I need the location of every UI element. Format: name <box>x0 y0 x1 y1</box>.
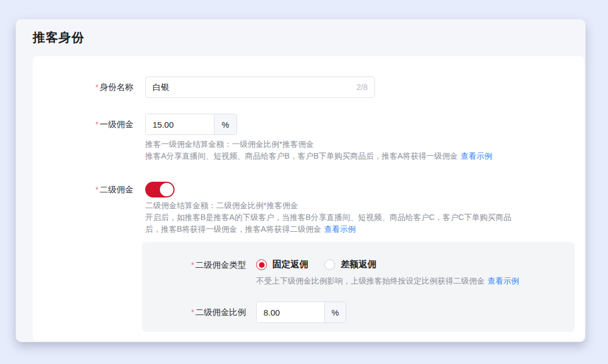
level1-commission-input-group: % <box>145 114 237 135</box>
level2-ratio-label: *二级佣金比例 <box>142 302 256 323</box>
percent-suffix: % <box>324 302 346 322</box>
promoter-identity-card: 推客身份 *身份名称 2/8 *一级佣金 % 推客一级佣金结算金额：一级佣金比例… <box>16 19 585 342</box>
level2-ratio-row: *二级佣金比例 % <box>142 302 575 323</box>
level2-ratio-input[interactable] <box>257 302 324 322</box>
level2-type-label: *二级佣金类型 <box>142 259 256 271</box>
tip-line: 二级佣金结算金额：二级佣金比例*推客佣金 <box>145 200 511 212</box>
radio-fixed-rebate[interactable]: 固定返佣 <box>256 259 309 271</box>
tip-line: 开启后，如推客B是推客A的下级客户，当推客B分享直播间、短视频、商品给客户C，客… <box>145 212 511 223</box>
required-asterisk: * <box>96 83 99 92</box>
required-asterisk: * <box>191 260 194 269</box>
tip-line: 推客A分享直播间、短视频、商品给客户B，客户B下单购买商品后，推客A将获得一级佣… <box>145 150 492 162</box>
toggle-knob <box>160 183 173 196</box>
tip-line: 不受上下级佣金比例影响，上级推客始终按设定比例获得二级佣金查看示例 <box>256 275 519 287</box>
percent-suffix: % <box>214 114 236 134</box>
level2-commission-toggle[interactable] <box>145 182 175 197</box>
level2-commission-tips: 二级佣金结算金额：二级佣金比例*推客佣金 开启后，如推客B是推客A的下级客户，当… <box>145 200 511 235</box>
char-counter: 2/8 <box>357 83 368 92</box>
view-example-link[interactable]: 查看示例 <box>461 151 492 160</box>
identity-name-label: *身份名称 <box>33 77 145 98</box>
level2-settings-panel: *二级佣金类型 固定返佣 差额返佣 不受上下级佣金比例影响，上级推客始终 <box>142 242 575 332</box>
identity-name-input[interactable] <box>153 83 352 92</box>
level2-type-row: *二级佣金类型 固定返佣 差额返佣 不受上下级佣金比例影响，上级推客始终 <box>142 259 575 287</box>
identity-name-input-wrap: 2/8 <box>145 77 375 98</box>
tip-line: 推客一级佣金结算金额：一级佣金比例*推客佣金 <box>145 138 492 150</box>
level2-commission-label: *二级佣金 <box>33 179 145 200</box>
level2-commission-content: 二级佣金结算金额：二级佣金比例*推客佣金 开启后，如推客B是推客A的下级客户，当… <box>145 179 511 235</box>
level1-commission-label: *一级佣金 <box>33 114 145 135</box>
page-title: 推客身份 <box>33 29 84 46</box>
level2-type-content: 固定返佣 差额返佣 不受上下级佣金比例影响，上级推客始终按设定比例获得二级佣金查… <box>256 259 519 287</box>
required-asterisk: * <box>96 120 99 129</box>
level2-ratio-input-group: % <box>256 302 346 323</box>
radio-selected-icon <box>256 259 267 270</box>
form-panel: *身份名称 2/8 *一级佣金 % 推客一级佣金结算金额：一级佣金比例*推客佣金… <box>33 56 584 341</box>
level1-commission-input[interactable] <box>146 114 214 134</box>
tip-line: 后，推客B将获得一级佣金，推客A将获得二级佣金查看示例 <box>145 223 511 235</box>
radio-label: 差额返佣 <box>341 259 377 271</box>
card-header: 推客身份 <box>16 19 585 56</box>
identity-name-row: *身份名称 2/8 <box>33 77 584 98</box>
required-asterisk: * <box>96 185 99 194</box>
level1-commission-content: % 推客一级佣金结算金额：一级佣金比例*推客佣金 推客A分享直播间、短视频、商品… <box>145 114 492 162</box>
level2-type-tips: 不受上下级佣金比例影响，上级推客始终按设定比例获得二级佣金查看示例 <box>256 275 519 287</box>
radio-unselected-icon <box>324 259 335 270</box>
view-example-link[interactable]: 查看示例 <box>488 276 519 285</box>
radio-label: 固定返佣 <box>272 259 309 271</box>
view-example-link[interactable]: 查看示例 <box>324 224 356 233</box>
level1-commission-tips: 推客一级佣金结算金额：一级佣金比例*推客佣金 推客A分享直播间、短视频、商品给客… <box>145 138 492 162</box>
level2-commission-row: *二级佣金 二级佣金结算金额：二级佣金比例*推客佣金 开启后，如推客B是推客A的… <box>33 179 584 235</box>
level2-type-radio-group: 固定返佣 差额返佣 <box>256 259 519 271</box>
required-asterisk: * <box>191 308 194 317</box>
level1-commission-row: *一级佣金 % 推客一级佣金结算金额：一级佣金比例*推客佣金 推客A分享直播间、… <box>33 114 584 162</box>
radio-difference-rebate[interactable]: 差额返佣 <box>324 259 377 271</box>
